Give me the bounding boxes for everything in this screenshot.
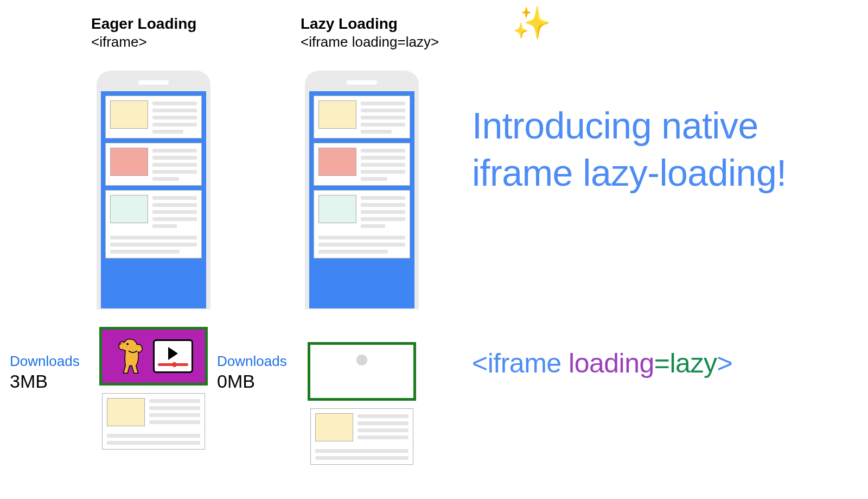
thumbnail-teal (318, 195, 356, 223)
thumbnail-yellow (110, 100, 148, 129)
thumbnail-yellow (318, 100, 356, 129)
text-lines (152, 100, 197, 134)
lazy-code: <iframe loading=lazy> (301, 34, 439, 50)
iframe-loaded (99, 327, 208, 386)
lazy-title: Lazy Loading (301, 15, 439, 33)
content-card (105, 96, 202, 138)
text-lines (152, 195, 197, 228)
downloads-word: Downloads (217, 353, 287, 370)
content-card (314, 190, 410, 258)
svg-point-0 (126, 343, 129, 345)
code-snippet: <iframe loading=lazy> (472, 348, 732, 379)
eager-download-label: Downloads 3MB (10, 353, 80, 392)
progress-bar (158, 363, 188, 366)
downloads-word: Downloads (10, 353, 80, 370)
downloads-amount: 0MB (217, 371, 287, 392)
phone-speaker (138, 80, 169, 85)
phone-screen (309, 91, 414, 308)
eager-title: Eager Loading (91, 15, 196, 33)
text-lines (149, 398, 200, 426)
text-lines (361, 148, 405, 181)
thumbnail-red (110, 148, 148, 176)
lazy-below-fold (305, 342, 419, 465)
text-lines (152, 148, 197, 181)
sparkles-icon: ✨ (512, 4, 551, 41)
content-card (314, 143, 410, 186)
code-tag: iframe (488, 348, 561, 378)
content-card (105, 190, 202, 258)
text-lines (358, 413, 409, 441)
thumbnail-red (318, 148, 356, 176)
text-lines (361, 195, 405, 228)
iframe-placeholder (308, 342, 416, 401)
loading-spinner-icon (346, 356, 378, 387)
headline: Introducing native iframe lazy-loading! (472, 102, 868, 197)
thumbnail-yellow (107, 398, 145, 426)
phone-screen (101, 91, 206, 308)
code-attr: loading (569, 348, 654, 378)
content-card (102, 393, 205, 450)
text-lines (361, 100, 405, 134)
code-bracket: < (472, 348, 488, 378)
code-val: lazy (670, 348, 717, 378)
eager-header: Eager Loading <iframe> (91, 15, 196, 50)
lazy-phone (305, 71, 419, 309)
phone-speaker (347, 80, 377, 85)
video-player-icon (153, 339, 193, 373)
lazy-download-label: Downloads 0MB (217, 353, 287, 392)
thumbnail-teal (110, 195, 148, 223)
play-icon (168, 347, 178, 360)
downloads-amount: 3MB (10, 371, 80, 392)
content-card (105, 143, 202, 186)
thumbnail-yellow (315, 413, 353, 441)
eager-code: <iframe> (91, 34, 196, 50)
code-bracket: > (717, 348, 732, 378)
lazy-header: Lazy Loading <iframe loading=lazy> (301, 15, 439, 50)
dog-icon (114, 335, 148, 377)
content-card (314, 96, 410, 138)
code-eq: = (654, 348, 670, 378)
eager-below-fold (97, 342, 210, 450)
content-card (310, 408, 413, 465)
eager-phone (97, 71, 210, 309)
